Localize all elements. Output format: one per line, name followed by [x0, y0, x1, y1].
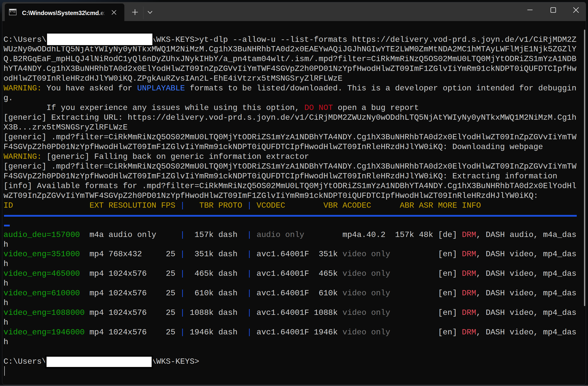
svg-text:C:\: C:\: [10, 11, 13, 13]
